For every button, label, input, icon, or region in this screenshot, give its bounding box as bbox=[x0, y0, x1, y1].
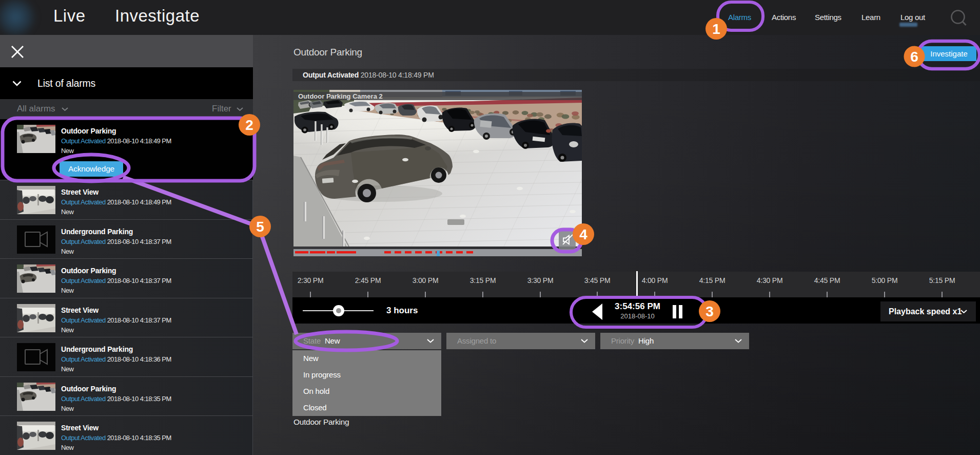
svg-text:2: 2 bbox=[245, 117, 253, 133]
svg-text:3: 3 bbox=[705, 304, 714, 319]
svg-text:1: 1 bbox=[712, 21, 720, 37]
svg-text:5: 5 bbox=[256, 219, 264, 235]
svg-text:4: 4 bbox=[579, 226, 587, 242]
svg-text:6: 6 bbox=[910, 49, 918, 65]
